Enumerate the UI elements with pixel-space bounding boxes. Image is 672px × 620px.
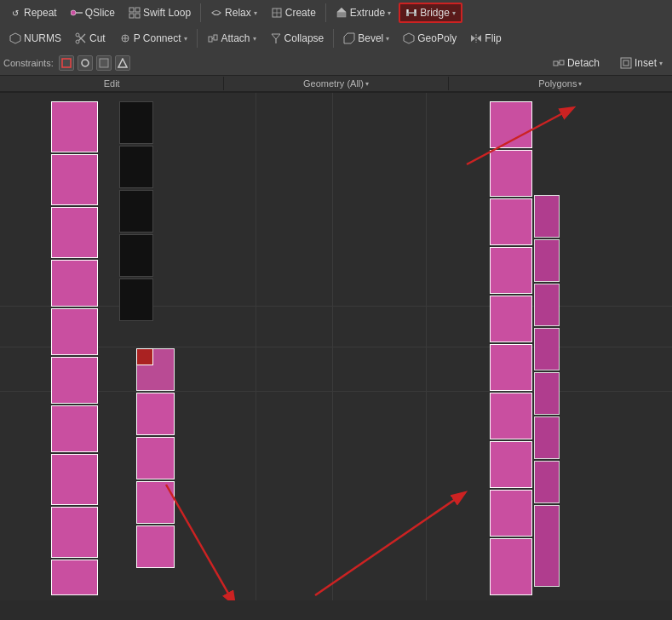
grid-h-1 bbox=[0, 347, 672, 347]
relax-button[interactable]: Relax ▾ bbox=[204, 3, 263, 23]
bevel-button[interactable]: Bevel ▾ bbox=[337, 28, 395, 49]
flip-label: Flip bbox=[485, 32, 501, 44]
swift-loop-label: Swift Loop bbox=[143, 7, 191, 19]
section-labels: Edit Geometry (All) ▾ Polygons ▾ bbox=[0, 75, 672, 92]
svg-marker-16 bbox=[10, 33, 20, 43]
collapse-label: Collapse bbox=[284, 32, 325, 44]
arrow-to-left-bottom bbox=[166, 485, 234, 600]
svg-rect-24 bbox=[209, 37, 212, 42]
left-column-secondary bbox=[136, 348, 175, 587]
extrude-label: Extrude bbox=[350, 7, 385, 19]
flip-button[interactable]: Flip bbox=[464, 28, 507, 49]
svg-point-18 bbox=[76, 33, 79, 37]
geopoly-icon bbox=[403, 32, 415, 44]
detach-button[interactable]: Detach bbox=[547, 53, 606, 73]
create-icon bbox=[271, 7, 283, 19]
detach-label: Detach bbox=[567, 57, 600, 69]
extrude-button[interactable]: Extrude ▾ bbox=[330, 3, 397, 23]
bevel-dropdown-arrow: ▾ bbox=[386, 35, 389, 43]
extrude-dropdown-arrow: ▾ bbox=[388, 9, 391, 17]
svg-rect-39 bbox=[560, 60, 564, 65]
grid-h-3 bbox=[0, 306, 672, 307]
cut-button[interactable]: Cut bbox=[69, 28, 112, 49]
left-column-inner bbox=[119, 101, 153, 391]
svg-rect-3 bbox=[135, 8, 140, 12]
constraint-icon-2[interactable] bbox=[78, 55, 93, 71]
svg-rect-9 bbox=[337, 12, 346, 17]
relax-icon bbox=[210, 7, 222, 19]
qslice-label: QSlice bbox=[85, 7, 115, 19]
geopoly-label: GeoPoly bbox=[417, 32, 457, 44]
qslice-icon bbox=[71, 7, 83, 19]
svg-rect-42 bbox=[623, 60, 629, 66]
viewport[interactable] bbox=[0, 93, 672, 600]
collapse-button[interactable]: Collapse bbox=[264, 28, 330, 49]
bridge-button[interactable]: Bridge ▾ bbox=[399, 3, 462, 23]
arrow-to-right-column bbox=[315, 493, 464, 595]
sep-1 bbox=[200, 3, 201, 22]
polygons-section-label[interactable]: Polygons ▾ bbox=[449, 77, 672, 90]
repeat-button[interactable]: ↺ Repeat bbox=[3, 3, 63, 23]
p-connect-icon bbox=[119, 32, 131, 44]
nurms-icon bbox=[9, 32, 21, 44]
extrude-icon bbox=[336, 7, 347, 19]
nurms-label: NURMS bbox=[24, 32, 61, 44]
constraint-icon-4[interactable] bbox=[115, 55, 130, 71]
svg-marker-30 bbox=[404, 33, 414, 43]
svg-marker-32 bbox=[477, 35, 481, 42]
repeat-label: Repeat bbox=[24, 7, 57, 19]
cut-icon bbox=[75, 32, 87, 44]
geopoly-button[interactable]: GeoPoly bbox=[397, 28, 462, 49]
bridge-label: Bridge bbox=[420, 7, 450, 19]
attach-button[interactable]: Attach ▾ bbox=[201, 28, 262, 49]
p-connect-button[interactable]: P Connect ▾ bbox=[113, 28, 193, 49]
svg-marker-29 bbox=[344, 33, 354, 43]
swift-loop-button[interactable]: Swift Loop bbox=[123, 3, 197, 23]
flip-icon bbox=[470, 32, 482, 44]
inset-icon bbox=[620, 57, 632, 69]
svg-rect-36 bbox=[100, 59, 108, 67]
geometry-all-section-label[interactable]: Geometry (All) ▾ bbox=[224, 77, 448, 90]
repeat-icon: ↺ bbox=[9, 7, 21, 19]
sep-3 bbox=[197, 29, 198, 48]
attach-label: Attach bbox=[221, 32, 250, 44]
sep-2 bbox=[325, 3, 326, 22]
collapse-icon bbox=[270, 32, 282, 44]
constraint-icon-3[interactable] bbox=[96, 55, 112, 71]
svg-marker-37 bbox=[118, 59, 127, 67]
cut-label: Cut bbox=[89, 32, 106, 44]
constraint-icon-1[interactable] bbox=[59, 55, 74, 71]
qslice-button[interactable]: QSlice bbox=[65, 3, 121, 23]
sep-4 bbox=[333, 29, 334, 48]
grid-v-2 bbox=[256, 93, 256, 600]
p-connect-label: P Connect bbox=[134, 32, 181, 44]
create-label: Create bbox=[285, 7, 316, 19]
edit-section-label[interactable]: Edit bbox=[0, 77, 224, 90]
right-column-main bbox=[490, 101, 532, 595]
attach-dropdown-arrow: ▾ bbox=[253, 35, 256, 43]
svg-point-17 bbox=[76, 40, 79, 43]
svg-marker-27 bbox=[272, 34, 280, 39]
p-connect-dropdown-arrow: ▾ bbox=[184, 35, 187, 43]
svg-point-35 bbox=[82, 60, 89, 66]
svg-marker-31 bbox=[471, 35, 475, 42]
grid-h-2 bbox=[0, 391, 672, 392]
grid-v-1 bbox=[332, 93, 333, 600]
grid-v-3 bbox=[426, 93, 427, 600]
constraints-label: Constraints: bbox=[3, 58, 54, 68]
svg-point-0 bbox=[71, 10, 76, 15]
inset-dropdown-arrow: ▾ bbox=[659, 60, 663, 67]
toolbar: ↺ Repeat QSlice Swift Loop Relax ▾ bbox=[0, 0, 672, 93]
svg-rect-2 bbox=[129, 8, 134, 12]
svg-rect-34 bbox=[62, 59, 71, 67]
relax-label: Relax bbox=[225, 7, 251, 19]
bevel-icon bbox=[343, 32, 355, 44]
nurms-button[interactable]: NURMS bbox=[3, 28, 67, 49]
bridge-icon bbox=[405, 7, 417, 19]
create-button[interactable]: Create bbox=[265, 3, 322, 23]
toolbar-row-3: Constraints: Detach Inset ▾ bbox=[0, 51, 672, 75]
left-column-main bbox=[51, 101, 98, 595]
inset-button[interactable]: Inset ▾ bbox=[614, 53, 669, 73]
swift-loop-icon bbox=[129, 7, 141, 19]
bevel-label: Bevel bbox=[358, 32, 383, 44]
